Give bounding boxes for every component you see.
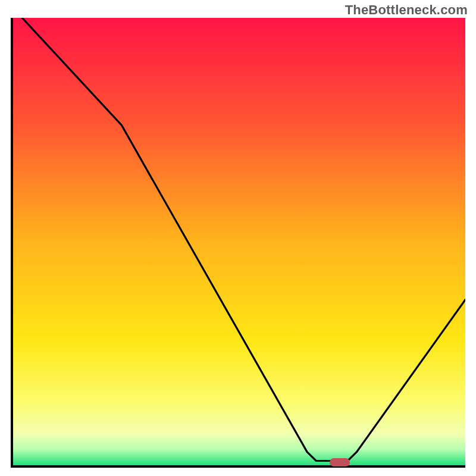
attribution-label: TheBottleneck.com — [345, 2, 468, 18]
plot-area — [11, 18, 465, 468]
background-gradient — [13, 18, 465, 465]
svg-rect-0 — [13, 18, 465, 465]
chart-frame: TheBottleneck.com — [0, 0, 476, 476]
optimal-range-marker — [330, 458, 350, 466]
